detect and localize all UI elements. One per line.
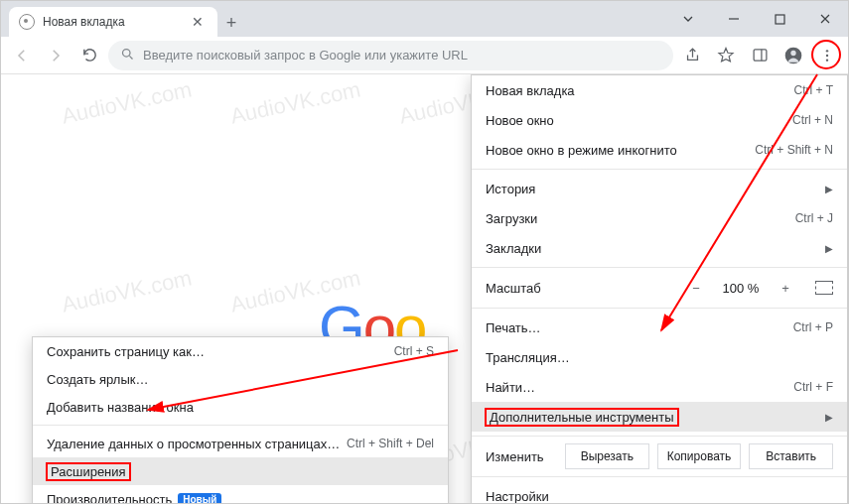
chevron-right-icon: ▶ xyxy=(825,412,833,423)
bookmarks-item[interactable]: Закладки ▶ xyxy=(472,233,847,263)
title-bar: Новая вкладка ✕ + xyxy=(1,1,848,37)
menu-separator xyxy=(472,169,847,170)
chevron-right-icon: ▶ xyxy=(825,243,833,254)
toolbar: Введите поисковый запрос в Google или ук… xyxy=(1,37,848,74)
address-bar-placeholder: Введите поисковый запрос в Google или ук… xyxy=(143,48,468,63)
svg-point-10 xyxy=(826,59,828,61)
close-window-button[interactable] xyxy=(802,1,848,37)
extensions-label-highlighted: Расширения xyxy=(47,463,130,480)
more-tools-label-highlighted: Дополнительные инструменты xyxy=(486,409,678,426)
svg-point-9 xyxy=(826,54,828,56)
svg-point-7 xyxy=(790,50,795,55)
incognito-item[interactable]: Новое окно в режиме инкогнито Ctrl + Shi… xyxy=(472,135,847,165)
main-menu-button[interactable] xyxy=(812,41,842,70)
menu-separator xyxy=(472,436,847,437)
minimize-button[interactable] xyxy=(711,1,757,37)
new-tab-button[interactable]: + xyxy=(217,9,245,37)
copy-button[interactable]: Копировать xyxy=(657,443,742,469)
maximize-button[interactable] xyxy=(757,1,802,37)
zoom-out-button[interactable]: − xyxy=(684,281,708,296)
browser-tab[interactable]: Новая вкладка ✕ xyxy=(9,7,217,37)
more-tools-submenu: Сохранить страницу как… Ctrl + S Создать… xyxy=(32,336,449,503)
profile-button[interactable] xyxy=(778,41,808,70)
menu-separator xyxy=(472,308,847,309)
window-controls xyxy=(665,1,848,37)
reload-button[interactable] xyxy=(74,41,104,70)
search-icon xyxy=(120,47,135,64)
fullscreen-icon[interactable] xyxy=(815,281,833,295)
settings-item[interactable]: Настройки xyxy=(472,481,847,503)
share-button[interactable] xyxy=(677,41,707,70)
forward-button[interactable] xyxy=(41,41,71,70)
cast-item[interactable]: Трансляция… xyxy=(472,342,847,372)
tab-favicon xyxy=(19,14,35,30)
svg-line-3 xyxy=(129,56,132,59)
find-item[interactable]: Найти… Ctrl + F xyxy=(472,372,847,402)
menu-separator xyxy=(472,267,847,268)
downloads-item[interactable]: Загрузки Ctrl + J xyxy=(472,203,847,233)
new-tab-item[interactable]: Новая вкладка Ctrl + T xyxy=(472,75,847,105)
dropdown-icon[interactable] xyxy=(665,1,711,37)
address-bar[interactable]: Введите поисковый запрос в Google или ук… xyxy=(108,41,673,70)
history-item[interactable]: История ▶ xyxy=(472,174,847,203)
save-page-item[interactable]: Сохранить страницу как… Ctrl + S xyxy=(33,337,448,365)
browser-window: Новая вкладка ✕ + Введите поисковый запр… xyxy=(0,0,849,504)
performance-item[interactable]: Производительность Новый xyxy=(33,485,448,503)
edit-row: Изменить Вырезать Копировать Вставить xyxy=(472,441,847,472)
content-area: Goo ✓ w Сохранить страницу как… Ctrl + S… xyxy=(1,74,848,503)
svg-point-2 xyxy=(123,49,131,57)
more-tools-item[interactable]: Дополнительные инструменты ▶ xyxy=(472,402,847,432)
zoom-in-button[interactable]: + xyxy=(774,281,797,296)
bookmarks-button[interactable] xyxy=(711,41,741,70)
zoom-value: 100 % xyxy=(718,281,764,296)
cut-button[interactable]: Вырезать xyxy=(565,443,649,469)
print-item[interactable]: Печать… Ctrl + P xyxy=(472,313,847,342)
menu-separator xyxy=(472,476,847,477)
paste-button[interactable]: Вставить xyxy=(749,443,833,469)
svg-rect-1 xyxy=(776,15,784,24)
main-dropdown-menu: Новая вкладка Ctrl + T Новое окно Ctrl +… xyxy=(471,74,848,503)
svg-rect-4 xyxy=(754,50,767,61)
tab-title: Новая вкладка xyxy=(43,15,180,29)
svg-point-8 xyxy=(826,50,828,52)
close-tab-icon[interactable]: ✕ xyxy=(188,14,208,30)
menu-separator xyxy=(33,425,448,426)
new-window-item[interactable]: Новое окно Ctrl + N xyxy=(472,105,847,135)
chevron-right-icon: ▶ xyxy=(825,184,833,194)
new-badge: Новый xyxy=(178,493,221,504)
zoom-row: Масштаб − 100 % + xyxy=(472,272,847,304)
extensions-item[interactable]: Расширения xyxy=(33,457,448,485)
clear-browsing-data-item[interactable]: Удаление данных о просмотренных страница… xyxy=(33,430,448,457)
name-window-item[interactable]: Добавить название окна xyxy=(33,393,448,421)
back-button[interactable] xyxy=(7,41,37,70)
side-panel-button[interactable] xyxy=(745,41,775,70)
create-shortcut-item[interactable]: Создать ярлык… xyxy=(33,365,448,393)
